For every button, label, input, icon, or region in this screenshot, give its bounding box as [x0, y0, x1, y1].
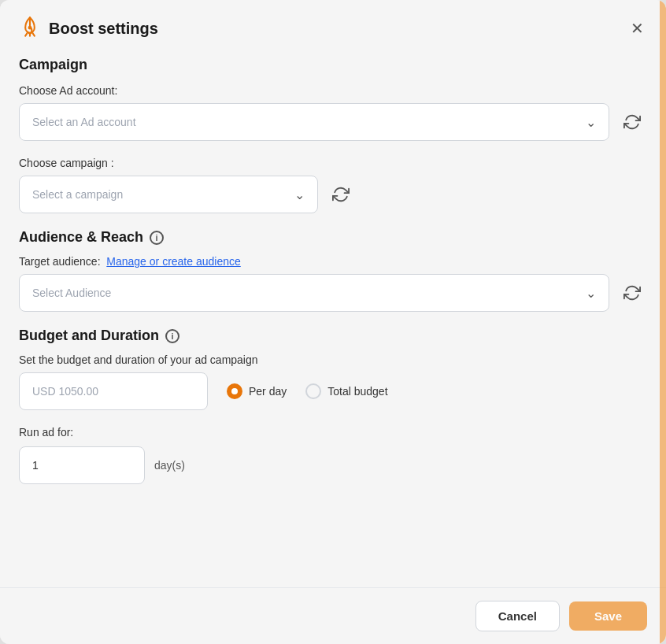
audience-row: Select Audience ⌄: [19, 274, 647, 312]
audience-section-title: Audience & Reach: [19, 229, 143, 246]
run-ad-input[interactable]: [19, 446, 145, 484]
modal-title: Boost settings: [49, 20, 158, 38]
budget-value: USD 1050.00: [32, 385, 98, 398]
save-button[interactable]: Save: [569, 601, 647, 631]
audience-select[interactable]: Select Audience ⌄: [19, 274, 609, 312]
budget-title-row: Budget and Duration i: [19, 328, 647, 344]
audience-title-row: Audience & Reach i: [19, 229, 647, 246]
audience-placeholder: Select Audience: [32, 287, 111, 299]
target-audience-label: Target audience: Manage or create audien…: [19, 255, 647, 268]
ad-account-chevron-icon: ⌄: [586, 115, 596, 130]
budget-section-title: Budget and Duration: [19, 328, 159, 344]
ad-account-label: Choose Ad account:: [19, 84, 647, 97]
ad-account-refresh-button[interactable]: [617, 107, 647, 137]
budget-description: Set the budget and duration of your ad c…: [19, 353, 647, 366]
campaign-refresh-button[interactable]: [326, 180, 356, 209]
per-day-radio[interactable]: Per day: [227, 383, 287, 399]
manage-audience-link[interactable]: Manage or create audience: [106, 255, 240, 268]
audience-chevron-icon: ⌄: [586, 286, 596, 301]
budget-input[interactable]: USD 1050.00: [19, 372, 208, 410]
budget-type-radio-group: Per day Total budget: [227, 383, 388, 399]
rocket-icon: [19, 16, 41, 41]
budget-row: USD 1050.00 Per day Total budget: [19, 372, 647, 410]
cancel-button[interactable]: Cancel: [475, 601, 560, 631]
campaign-row: Select a campaign ⌄: [19, 176, 647, 213]
total-budget-radio[interactable]: Total budget: [305, 383, 387, 399]
audience-refresh-button[interactable]: [617, 278, 647, 308]
budget-section: Budget and Duration i Set the budget and…: [19, 328, 647, 484]
close-button[interactable]: ✕: [627, 17, 647, 39]
campaign-placeholder: Select a campaign: [32, 188, 123, 201]
modal-footer: Cancel Save: [0, 587, 666, 644]
campaign-section: Campaign Choose Ad account: Select an Ad…: [19, 57, 647, 213]
audience-info-icon: i: [150, 231, 164, 245]
modal-header: Boost settings ✕: [0, 0, 666, 54]
budget-info-icon: i: [165, 329, 179, 343]
title-group: Boost settings: [19, 16, 158, 41]
run-ad-row: day(s): [19, 446, 647, 484]
total-budget-label: Total budget: [327, 385, 387, 398]
total-budget-radio-circle: [305, 383, 321, 399]
boost-settings-modal: Boost settings ✕ Campaign Choose Ad acco…: [0, 0, 666, 644]
campaign-label: Choose campaign :: [19, 157, 647, 169]
ad-account-placeholder: Select an Ad account: [32, 116, 136, 128]
campaign-select[interactable]: Select a campaign ⌄: [19, 176, 318, 213]
ad-account-row: Select an Ad account ⌄: [19, 103, 647, 141]
audience-section: Audience & Reach i Target audience: Mana…: [19, 229, 647, 312]
ad-account-select[interactable]: Select an Ad account ⌄: [19, 103, 609, 141]
svg-point-0: [28, 26, 32, 30]
run-ad-label: Run ad for:: [19, 426, 647, 439]
per-day-radio-circle: [227, 383, 242, 399]
days-label: day(s): [154, 459, 185, 472]
campaign-section-title: Campaign: [19, 57, 647, 73]
per-day-label: Per day: [249, 385, 287, 398]
campaign-chevron-icon: ⌄: [294, 187, 305, 202]
modal-body: Campaign Choose Ad account: Select an Ad…: [0, 54, 666, 587]
